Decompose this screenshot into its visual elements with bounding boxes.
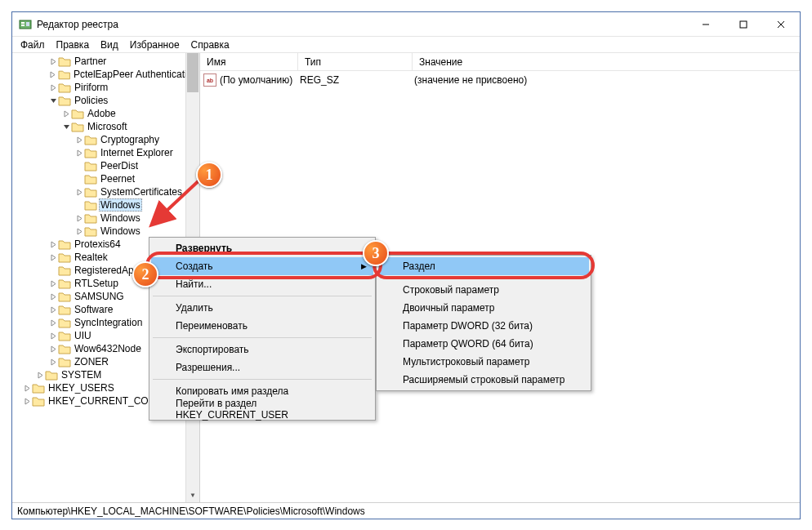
col-type[interactable]: Тип xyxy=(298,53,413,70)
ctx-find[interactable]: Найти... xyxy=(151,275,373,293)
value-data: (значение не присвоено) xyxy=(414,74,527,86)
folder-icon xyxy=(58,356,71,367)
window-title: Редактор реестра xyxy=(37,19,687,30)
context-submenu: Раздел Строковый параметр Двоичный парам… xyxy=(376,255,591,391)
titlebar[interactable]: Редактор реестра xyxy=(12,12,800,37)
ctx-expand[interactable]: Развернуть xyxy=(151,239,373,257)
window-buttons xyxy=(687,12,800,36)
menu-edit[interactable]: Правка xyxy=(51,38,95,52)
separator xyxy=(153,337,372,338)
folder-icon xyxy=(32,395,45,407)
svg-rect-5 xyxy=(740,21,747,28)
ctx-export[interactable]: Экспортировать xyxy=(151,341,373,359)
ctx-goto[interactable]: Перейти в раздел HKEY_CURRENT_USER xyxy=(151,400,373,418)
ctx-delete[interactable]: Удалить xyxy=(151,299,373,317)
ctx-new-binary[interactable]: Двоичный параметр xyxy=(378,299,589,317)
close-button[interactable] xyxy=(762,12,800,36)
menubar: Файл Правка Вид Избранное Справка xyxy=(12,37,800,53)
separator xyxy=(153,379,372,380)
ctx-permissions[interactable]: Разрешения... xyxy=(151,359,373,376)
folder-icon xyxy=(84,225,97,237)
menu-help[interactable]: Справка xyxy=(186,38,234,52)
menu-file[interactable]: Файл xyxy=(16,38,50,52)
annotation-badge-2: 2 xyxy=(132,261,158,287)
menu-favorites[interactable]: Избранное xyxy=(125,38,185,52)
svg-line-8 xyxy=(154,176,204,223)
separator xyxy=(153,296,372,296)
folder-icon xyxy=(58,238,71,250)
folder-icon xyxy=(58,95,71,106)
svg-rect-1 xyxy=(21,22,25,24)
folder-icon xyxy=(58,330,71,341)
folder-icon xyxy=(58,82,71,93)
ctx-new-dword[interactable]: Параметр DWORD (32 бита) xyxy=(378,317,589,335)
ctx-create[interactable]: Создать▶ xyxy=(151,257,373,275)
folder-icon xyxy=(58,252,71,263)
maximize-button[interactable] xyxy=(725,12,762,36)
ctx-new-expandstring[interactable]: Расширяемый строковый параметр xyxy=(378,371,589,389)
status-path: Компьютер\HKEY_LOCAL_MACHINE\SOFTWARE\Po… xyxy=(17,506,365,517)
folder-icon xyxy=(58,69,70,80)
tree-item[interactable]: Partner xyxy=(12,55,199,68)
folder-icon xyxy=(84,199,97,211)
tree-item[interactable]: PctelEapPeer Authentication xyxy=(12,68,199,81)
scroll-down-icon[interactable]: ▼ xyxy=(186,488,199,502)
ctx-rename[interactable]: Переименовать xyxy=(151,317,373,335)
tree-item[interactable]: Internet Explorer xyxy=(12,146,199,159)
folder-icon xyxy=(71,108,84,119)
ctx-new-qword[interactable]: Параметр QWORD (64 бита) xyxy=(378,335,589,353)
tree-item[interactable]: Microsoft xyxy=(12,120,199,133)
folder-icon xyxy=(84,160,97,171)
folder-icon xyxy=(58,56,71,67)
folder-icon xyxy=(58,265,71,276)
annotation-badge-1: 1 xyxy=(196,162,222,188)
tree-item[interactable]: Adobe xyxy=(12,107,199,120)
ctx-new-key[interactable]: Раздел xyxy=(378,257,589,275)
list-header: Имя Тип Значение xyxy=(200,53,800,71)
svg-rect-3 xyxy=(26,22,29,26)
col-value[interactable]: Значение xyxy=(413,53,800,70)
separator xyxy=(380,278,587,278)
submenu-arrow-icon: ▶ xyxy=(361,262,367,270)
col-name[interactable]: Имя xyxy=(200,53,298,70)
list-body: ab (По умолчанию) REG_SZ (значение не пр… xyxy=(200,71,800,89)
value-type: REG_SZ xyxy=(300,74,414,86)
statusbar: Компьютер\HKEY_LOCAL_MACHINE\SOFTWARE\Po… xyxy=(12,502,800,519)
value-name: (По умолчанию) xyxy=(220,74,300,86)
folder-icon xyxy=(58,317,71,328)
folder-icon xyxy=(58,304,71,315)
folder-icon xyxy=(32,382,45,394)
ctx-new-multistring[interactable]: Мультистроковый параметр xyxy=(378,353,589,371)
tree-item[interactable]: Cryptography xyxy=(12,133,199,146)
folder-icon xyxy=(45,369,58,381)
string-value-icon: ab xyxy=(203,73,216,87)
folder-icon xyxy=(84,134,97,145)
folder-icon xyxy=(71,121,84,132)
annotation-badge-3: 3 xyxy=(363,240,389,266)
folder-icon xyxy=(84,186,97,198)
folder-icon xyxy=(58,291,71,302)
svg-rect-2 xyxy=(21,24,25,26)
menu-view[interactable]: Вид xyxy=(96,38,123,52)
ctx-new-string[interactable]: Строковый параметр xyxy=(378,281,589,299)
tree-item[interactable]: Piriform xyxy=(12,81,199,94)
folder-icon xyxy=(84,173,97,185)
scroll-thumb[interactable] xyxy=(187,53,199,92)
tree-item[interactable]: Policies xyxy=(12,94,199,107)
minimize-button[interactable] xyxy=(687,12,725,36)
folder-icon xyxy=(84,212,97,224)
value-row[interactable]: ab (По умолчанию) REG_SZ (значение не пр… xyxy=(203,73,796,87)
folder-icon xyxy=(58,278,71,289)
context-menu: Развернуть Создать▶ Найти... Удалить Пер… xyxy=(149,237,376,421)
folder-icon xyxy=(84,147,97,158)
regedit-icon xyxy=(19,18,32,31)
folder-icon xyxy=(58,343,71,354)
